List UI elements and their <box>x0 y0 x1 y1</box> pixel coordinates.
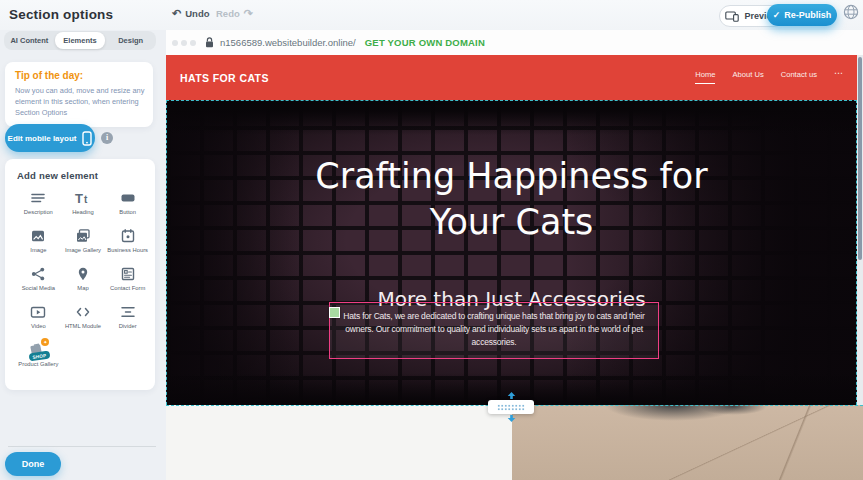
heading-icon: Tt <box>74 190 92 206</box>
nav-about-us[interactable]: About Us <box>732 70 763 83</box>
phone-icon <box>82 131 92 146</box>
undo-icon: ↶ <box>172 8 181 19</box>
hero-text-element-selected[interactable]: Hats for Cats, we are dedicated to craft… <box>329 302 659 359</box>
site-nav: Home About Us Contact us ⋯ <box>695 70 843 84</box>
element-label: Image <box>30 247 46 255</box>
element-button[interactable]: Button <box>106 190 149 219</box>
sidebar-tabs: AI Content Elements Design <box>4 31 156 50</box>
site-logo[interactable]: HATS FOR CATS <box>180 72 269 84</box>
nav-home[interactable]: Home <box>695 70 715 84</box>
nav-contact-us[interactable]: Contact us <box>781 70 817 83</box>
nav-more-icon[interactable]: ⋯ <box>834 70 843 81</box>
element-label: Image Gallery <box>65 247 101 255</box>
site-header[interactable]: HATS FOR CATS Home About Us Contact us ⋯ <box>166 55 857 100</box>
tab-design[interactable]: Design <box>105 32 156 49</box>
description-icon <box>30 190 46 206</box>
svg-text:T: T <box>75 191 83 206</box>
element-html-module[interactable]: HTML Module <box>62 304 105 333</box>
info-icon[interactable]: i <box>101 132 113 144</box>
element-contact-form[interactable]: Contact Form <box>106 266 149 295</box>
element-label: Button <box>119 209 136 217</box>
hero-body-text: Hats for Cats, we are dedicated to craft… <box>343 311 644 347</box>
republish-label: Re-Publish <box>784 10 831 20</box>
shop-badge: SHOP <box>29 351 51 362</box>
image-gallery-icon <box>75 228 91 244</box>
drag-handle[interactable] <box>329 307 340 318</box>
svg-text:t: t <box>84 194 88 205</box>
preview-scrollbar[interactable] <box>858 57 862 260</box>
lock-icon <box>205 37 214 48</box>
map-pin-icon <box>75 266 91 282</box>
element-label: Divider <box>119 323 137 331</box>
social-media-icon <box>30 266 46 282</box>
element-description[interactable]: Description <box>17 190 60 219</box>
window-dots <box>172 40 196 46</box>
get-domain-link[interactable]: GET YOUR OWN DOMAIN <box>365 37 485 48</box>
element-label: Heading <box>72 209 94 217</box>
code-icon <box>75 304 91 320</box>
page-title: Section options <box>9 7 113 22</box>
site-preview: n1566589.websitebuilder.online/ GET YOUR… <box>166 30 863 480</box>
hero-background-vignette <box>167 101 856 405</box>
business-hours-icon <box>120 228 136 244</box>
tip-title: Tip of the day: <box>15 70 145 81</box>
edit-mobile-layout-button[interactable]: Edit mobile layout <box>5 124 95 152</box>
element-product-gallery[interactable]: ✦ SHOP Product Gallery <box>17 342 60 371</box>
element-label: Map <box>77 285 88 293</box>
element-heading[interactable]: Tt Heading <box>62 190 105 219</box>
resize-grip[interactable] <box>488 400 534 414</box>
element-map[interactable]: Map <box>62 266 105 295</box>
element-label: Description <box>24 209 53 217</box>
tab-ai-content[interactable]: AI Content <box>4 32 55 49</box>
done-button[interactable]: Done <box>5 452 61 476</box>
element-label: Video <box>31 323 46 331</box>
divider-icon <box>120 304 136 320</box>
undo-label: Undo <box>185 8 209 19</box>
add-new-element-panel: Add new element Description Tt Heading B… <box>5 159 155 390</box>
tip-body: Now you can add, move and resize any ele… <box>15 85 145 118</box>
image-icon <box>30 228 46 244</box>
video-icon <box>30 304 46 320</box>
element-social-media[interactable]: Social Media <box>17 266 60 295</box>
element-label: Contact Form <box>110 285 145 293</box>
product-gallery-icon: ✦ SHOP <box>25 342 51 358</box>
section-resize-handle[interactable] <box>488 391 534 423</box>
cat-sand-photo <box>512 405 863 480</box>
element-business-hours[interactable]: Business Hours <box>106 228 149 257</box>
new-badge-icon: ✦ <box>41 338 49 346</box>
contact-form-icon <box>120 266 136 282</box>
sidebar: AI Content Elements Design Tip of the da… <box>0 30 166 480</box>
edit-mobile-label: Edit mobile layout <box>8 134 77 143</box>
sidebar-divider <box>8 446 156 447</box>
tab-elements[interactable]: Elements <box>55 32 106 49</box>
tip-of-the-day-card: Tip of the day: Now you can add, move an… <box>5 62 153 127</box>
element-image-gallery[interactable]: Image Gallery <box>62 228 105 257</box>
check-icon: ✓ <box>773 10 781 20</box>
browser-bar: n1566589.websitebuilder.online/ GET YOUR… <box>166 30 863 55</box>
add-new-element-title: Add new element <box>17 170 149 181</box>
element-label: HTML Module <box>65 323 101 331</box>
republish-button[interactable]: ✓ Re-Publish <box>767 4 837 26</box>
element-image[interactable]: Image <box>17 228 60 257</box>
hero-heading[interactable]: Crafting Happiness for Your Cats <box>273 153 751 245</box>
devices-icon <box>725 11 739 22</box>
grip-dots-icon <box>497 404 525 411</box>
redo-button[interactable]: Redo ↷ <box>216 8 253 19</box>
element-divider[interactable]: Divider <box>106 304 149 333</box>
redo-icon: ↷ <box>244 8 253 19</box>
element-grid: Description Tt Heading Button Image Imag… <box>17 190 149 371</box>
element-label: Social Media <box>22 285 55 293</box>
site-url[interactable]: n1566589.websitebuilder.online/ <box>220 37 356 48</box>
hero-section[interactable]: Crafting Happiness for Your Cats More th… <box>166 100 857 405</box>
topbar: Section options ↶ Undo Redo ↷ Preview ✓ … <box>0 0 863 30</box>
element-label: Business Hours <box>107 247 148 255</box>
undo-button[interactable]: ↶ Undo <box>172 8 210 19</box>
redo-label: Redo <box>216 8 240 19</box>
arrow-up-icon <box>507 392 516 399</box>
globe-icon[interactable] <box>843 4 859 24</box>
button-icon <box>120 190 136 206</box>
app-root: Section options ↶ Undo Redo ↷ Preview ✓ … <box>0 0 863 480</box>
arrow-down-icon <box>507 415 516 422</box>
element-video[interactable]: Video <box>17 304 60 333</box>
element-label: Product Gallery <box>18 361 58 369</box>
